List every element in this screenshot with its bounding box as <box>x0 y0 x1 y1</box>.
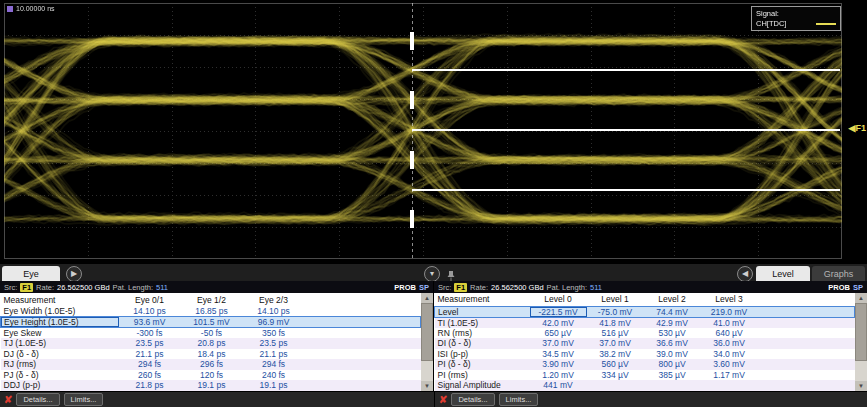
limits-button[interactable]: Limits... <box>499 393 539 406</box>
measurement-value: 294 fs <box>119 359 181 370</box>
level-panel-footer: ✘ Details... Limits... <box>434 392 867 407</box>
signal-legend-value: CH[TDC] <box>756 19 786 28</box>
table-row[interactable]: ISI (p-p)34.5 mV38.2 mV39.0 mV34.0 mV <box>435 349 855 360</box>
tab-eye[interactable]: Eye <box>2 266 60 282</box>
row-filler <box>305 317 421 328</box>
measurement-value: 23.5 ps <box>243 338 305 349</box>
oscilloscope-screen: 10.00000 ns Signal: CH[TDC] ◀F1 Eye ▶ ▾ … <box>0 0 867 407</box>
measurement-value: 42.9 mV <box>644 317 701 328</box>
rate-label: Rate: <box>36 283 54 292</box>
measurement-name: TI (1.0E-5) <box>435 317 530 328</box>
pin-icon[interactable] <box>446 268 456 280</box>
row-filler <box>305 370 421 381</box>
source-label: Src: <box>438 283 451 292</box>
table-row[interactable]: DI (δ - δ)37.0 mV37.0 mV36.6 mV36.0 mV <box>435 338 855 349</box>
measurement-value: 93.6 mV <box>119 317 181 328</box>
measurement-value: 37.0 mV <box>530 338 587 349</box>
measurement-value: 1.17 mV <box>701 370 758 381</box>
table-row[interactable]: TI (1.0E-5)42.0 mV41.8 mV42.9 mV41.0 mV <box>435 317 855 328</box>
measurement-name: TJ (1.0E-5) <box>1 338 119 349</box>
measurement-value: 39.0 mV <box>644 349 701 360</box>
table-row[interactable]: PI (rms)1.20 mV334 µV385 µV1.17 mV <box>435 370 855 381</box>
header-filler <box>758 293 855 306</box>
measurement-value: 3.90 mV <box>530 359 587 370</box>
tab-strip: Eye ▶ ▾ ◀ Level Graphs <box>0 263 867 282</box>
row-filler <box>305 380 421 391</box>
measurement-value: 240 fs <box>243 370 305 381</box>
level-table-scrollbar[interactable]: ▲ ▼ <box>855 293 867 391</box>
table-row[interactable]: RN (rms)650 µV516 µV530 µV640 µV <box>435 328 855 339</box>
measurement-value: 14.10 ps <box>243 306 305 317</box>
measurement-value: 23.5 ps <box>119 338 181 349</box>
table-row[interactable]: Eye Skew-300 fs-50 fs350 fs <box>1 328 421 339</box>
measurement-value: 34.5 mV <box>530 349 587 360</box>
details-button[interactable]: Details... <box>451 393 494 406</box>
measurement-value <box>587 380 644 391</box>
scrollbar-thumb[interactable] <box>855 303 867 361</box>
measurement-name: PI (δ - δ) <box>435 359 530 370</box>
table-row[interactable]: DJ (δ - δ)21.1 ps18.4 ps21.1 ps <box>1 349 421 360</box>
scrollbar-thumb[interactable] <box>421 303 433 361</box>
measurement-value: 260 fs <box>119 370 181 381</box>
measurement-name: Eye Width (1.0E-5) <box>1 306 119 317</box>
column-header: Eye 0/1 <box>119 293 181 306</box>
trace-color-swatch <box>816 23 836 25</box>
table-row[interactable]: DDJ (p-p)21.8 ps19.1 ps19.1 ps <box>1 380 421 391</box>
table-row[interactable]: Signal Amplitude441 mV <box>435 380 855 391</box>
column-header: Level 2 <box>644 293 701 306</box>
scroll-down-icon[interactable]: ▼ <box>855 381 867 391</box>
f1-trace-marker[interactable]: ◀F1 <box>849 123 866 133</box>
table-row[interactable]: TJ (1.0E-5)23.5 ps20.8 ps23.5 ps <box>1 338 421 349</box>
rate-value: 26.562500 GBd <box>57 283 110 292</box>
column-header: Eye 1/2 <box>181 293 243 306</box>
table-row[interactable]: RJ (rms)294 fs296 fs294 fs <box>1 359 421 370</box>
table-row[interactable]: PI (δ - δ)3.90 mV560 µV800 µV3.60 mV <box>435 359 855 370</box>
measurement-value: 21.1 ps <box>119 349 181 360</box>
signal-legend[interactable]: Signal: CH[TDC] <box>751 6 841 31</box>
limits-button[interactable]: Limits... <box>64 393 104 406</box>
previous-tab-icon[interactable]: ◀ <box>737 266 753 282</box>
table-header-row: MeasurementLevel 0Level 1Level 2Level 3 <box>435 293 855 306</box>
measurement-value: 3.60 mV <box>701 359 758 370</box>
measurement-value: 560 µV <box>587 359 644 370</box>
measurement-value <box>644 380 701 391</box>
table-row[interactable]: Level-221.5 mV-75.0 mV74.4 mV219.0 mV <box>435 306 855 317</box>
column-header: Level 0 <box>530 293 587 306</box>
rate-value: 26.562500 GBd <box>491 283 544 292</box>
eye-table-scrollbar[interactable]: ▲ ▼ <box>421 293 433 391</box>
table-row[interactable]: Eye Height (1.0E-5)93.6 mV101.5 mV96.9 m… <box>1 317 421 328</box>
measurement-value: -221.5 mV <box>530 306 587 317</box>
status-bar: ✘ Details... Limits... ✘ Details... Limi… <box>0 391 867 407</box>
row-filler <box>305 328 421 339</box>
collapse-panel-icon[interactable]: ▾ <box>424 266 440 282</box>
source-badge: F1 <box>454 283 467 292</box>
table-row[interactable]: PJ (δ - δ)260 fs120 fs240 fs <box>1 370 421 381</box>
measurement-value: -50 fs <box>181 328 243 339</box>
column-header: Level 3 <box>701 293 758 306</box>
row-filler <box>758 380 855 391</box>
tab-graphs[interactable]: Graphs <box>812 266 865 282</box>
measurement-value: 19.1 ps <box>181 380 243 391</box>
measurement-panels: Src: F1 Rate: 26.562500 GBd Pat. Length:… <box>0 281 867 391</box>
eye-measurement-table: MeasurementEye 0/1Eye 1/2Eye 2/3Eye Widt… <box>0 293 421 391</box>
row-filler <box>758 317 855 328</box>
row-filler <box>305 349 421 360</box>
scroll-down-icon[interactable]: ▼ <box>421 381 433 391</box>
tab-level[interactable]: Level <box>756 266 810 282</box>
scroll-up-icon[interactable]: ▲ <box>855 293 867 303</box>
row-filler <box>758 306 855 317</box>
measurement-value: 385 µV <box>644 370 701 381</box>
table-row[interactable]: Eye Width (1.0E-5)14.10 ps16.85 ps14.10 … <box>1 306 421 317</box>
measurement-value: 530 µV <box>644 328 701 339</box>
level-measurements-panel: Src: F1 Rate: 26.562500 GBd Pat. Length:… <box>434 281 867 391</box>
play-icon[interactable]: ▶ <box>66 266 82 282</box>
row-filler <box>758 359 855 370</box>
measurement-value: 21.1 ps <box>243 349 305 360</box>
scroll-up-icon[interactable]: ▲ <box>421 293 433 303</box>
table-header-row: MeasurementEye 0/1Eye 1/2Eye 2/3 <box>1 293 421 306</box>
eye-panel-footer: ✘ Details... Limits... <box>0 392 433 407</box>
measurement-value: 41.0 mV <box>701 317 758 328</box>
measurement-name: DI (δ - δ) <box>435 338 530 349</box>
measurement-value: 36.0 mV <box>701 338 758 349</box>
details-button[interactable]: Details... <box>16 393 59 406</box>
